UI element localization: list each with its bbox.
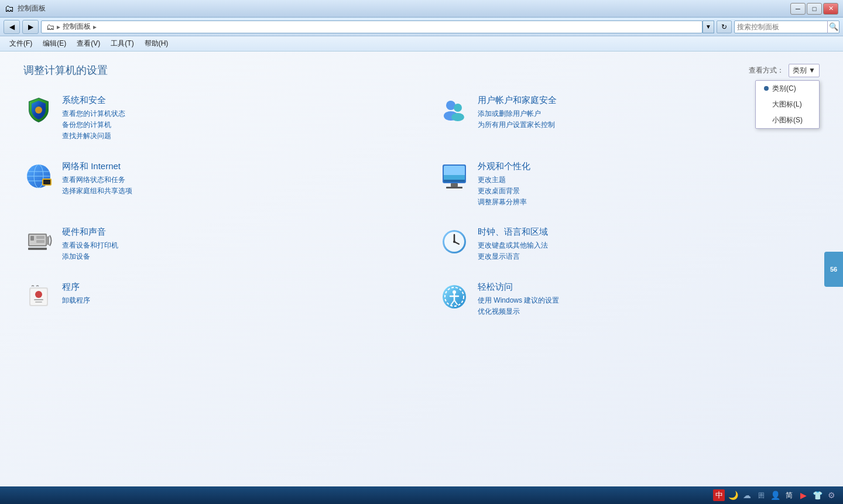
view-option-small-icon-label: 小图标(S) [772, 115, 803, 125]
clock-language-link-2[interactable]: 更改显示语言 [478, 251, 820, 262]
clock-language-icon [439, 227, 470, 257]
appearance-text: 外观和个性化 更改主题 更改桌面背景 调整屏幕分辨率 [478, 161, 820, 208]
titlebar: 🗂 控制面板 ─ □ ✕ [0, 0, 843, 18]
menu-edit[interactable]: 编辑(E) [38, 37, 71, 50]
system-security-link-1[interactable]: 查看您的计算机状态 [62, 108, 404, 119]
address-dropdown-button[interactable]: ▼ [702, 20, 714, 33]
close-button[interactable]: ✕ [823, 3, 838, 15]
ease-access-icon [439, 282, 470, 312]
svg-marker-24 [46, 236, 49, 245]
menubar: 文件(F) 编辑(E) 查看(V) 工具(T) 帮助(H) [0, 36, 843, 52]
taskbar-icon-gear[interactable]: ⚙ [825, 489, 837, 501]
sidebar-circle[interactable]: 56 [824, 252, 843, 287]
view-dropdown-button[interactable]: 类别 ▼ [789, 64, 820, 77]
view-option-small-icon[interactable]: 小图标(S) [756, 112, 819, 128]
svg-rect-16 [451, 183, 458, 187]
svg-rect-33 [34, 299, 43, 300]
view-option-category[interactable]: 类别(C) [756, 81, 819, 97]
ease-access-text: 轻松访问 使用 Windows 建议的设置 优化视频显示 [478, 282, 820, 317]
hardware-sound-link-2[interactable]: 添加设备 [62, 251, 404, 262]
breadcrumb-text: 控制面板 [63, 22, 91, 32]
network-internet-title[interactable]: 网络和 Internet [62, 161, 404, 172]
system-security-title[interactable]: 系统和安全 [62, 95, 404, 106]
clock-language-title[interactable]: 时钟、语言和区域 [478, 227, 820, 238]
hardware-sound-link-1[interactable]: 查看设备和打印机 [62, 240, 404, 251]
clock-language-text: 时钟、语言和区域 更改键盘或其他输入法 更改显示语言 [478, 227, 820, 262]
search-input[interactable] [735, 23, 827, 31]
taskbar-icon-shirt[interactable]: 👕 [811, 489, 823, 501]
ease-access-title[interactable]: 轻松访问 [478, 282, 820, 293]
folder-icon: 🗂 [5, 4, 14, 14]
taskbar-icon-zhong[interactable]: 中 [713, 489, 725, 501]
menu-help[interactable]: 帮助(H) [140, 37, 173, 50]
svg-rect-21 [36, 236, 44, 239]
view-option-large-icon[interactable]: 大图标(L) [756, 97, 819, 112]
programs-text: 程序 卸载程序 [62, 282, 404, 306]
svg-point-0 [35, 107, 42, 114]
user-accounts-icon [439, 95, 470, 125]
svg-rect-34 [35, 301, 42, 303]
forward-button[interactable]: ▶ [22, 20, 39, 34]
svg-rect-20 [30, 236, 34, 241]
menu-view[interactable]: 查看(V) [72, 37, 105, 50]
network-internet-link-2[interactable]: 选择家庭组和共享选项 [62, 186, 404, 197]
view-label: 查看方式： [749, 66, 784, 76]
view-option-category-label: 类别(C) [772, 84, 796, 94]
appearance-link-3[interactable]: 调整屏幕分辨率 [478, 197, 820, 208]
view-mode: 查看方式： 类别 ▼ 类别(C) 大图标(L) [749, 64, 820, 77]
view-current-label: 类别 [793, 66, 807, 76]
programs-link-1[interactable]: 卸载程序 [62, 295, 404, 306]
search-button[interactable]: 🔍 [827, 20, 839, 33]
taskbar-icon-play[interactable]: ▶ [797, 489, 809, 501]
svg-rect-17 [446, 187, 462, 188]
titlebar-left: 🗂 控制面板 [5, 4, 46, 14]
system-security-link-2[interactable]: 备份您的计算机 [62, 119, 404, 131]
view-option-large-icon-label: 大图标(L) [772, 100, 802, 109]
sidebar-circle-text: 56 [830, 266, 837, 273]
category-appearance: 外观和个性化 更改主题 更改桌面背景 调整屏幕分辨率 [439, 157, 820, 212]
appearance-link-1[interactable]: 更改主题 [478, 174, 820, 186]
taskbar-icon-jian[interactable]: 简 [783, 489, 795, 501]
taskbar-icon-user[interactable]: 👤 [769, 489, 781, 501]
appearance-icon [439, 161, 470, 191]
appearance-title[interactable]: 外观和个性化 [478, 161, 820, 172]
category-network-internet: 网络和 Internet 查看网络状态和任务 选择家庭组和共享选项 [23, 157, 404, 212]
category-ease-access: 轻松访问 使用 Windows 建议的设置 优化视频显示 [439, 278, 820, 321]
main-content: 调整计算机的设置 查看方式： 类别 ▼ 类别(C) 大图标(L) [0, 52, 843, 486]
ease-access-link-2[interactable]: 优化视频显示 [478, 306, 820, 317]
titlebar-controls: ─ □ ✕ [790, 3, 838, 15]
search-box: 🔍 [734, 20, 839, 33]
breadcrumb-separator2: ▸ [93, 23, 97, 31]
maximize-button[interactable]: □ [807, 3, 822, 15]
taskbar-icon-moon[interactable]: 🌙 [727, 489, 739, 501]
category-clock-language: 时钟、语言和区域 更改键盘或其他输入法 更改显示语言 [439, 223, 820, 266]
page-header: 调整计算机的设置 查看方式： 类别 ▼ 类别(C) 大图标(L) [23, 63, 820, 77]
appearance-link-2[interactable]: 更改桌面背景 [478, 186, 820, 197]
menu-tools[interactable]: 工具(T) [106, 37, 138, 50]
back-button[interactable]: ◀ [4, 20, 20, 34]
programs-title[interactable]: 程序 [62, 282, 404, 293]
taskbar-icon-grid[interactable]: 囲 [755, 489, 767, 501]
minimize-button[interactable]: ─ [790, 3, 806, 15]
taskbar-icon-cloud[interactable]: ☁ [741, 489, 753, 501]
category-system-security: 系统和安全 查看您的计算机状态 备份您的计算机 查找并解决问题 [23, 91, 404, 146]
system-security-link-3[interactable]: 查找并解决问题 [62, 131, 404, 142]
view-dropdown-menu: 类别(C) 大图标(L) 小图标(S) [755, 80, 820, 129]
clock-language-link-1[interactable]: 更改键盘或其他输入法 [478, 240, 820, 251]
svg-point-32 [35, 291, 42, 298]
breadcrumb-separator: ▸ [57, 23, 60, 31]
menu-file[interactable]: 文件(F) [5, 37, 37, 50]
content-panel: 调整计算机的设置 查看方式： 类别 ▼ 类别(C) 大图标(L) [0, 52, 843, 486]
category-programs: 程序 卸载程序 [23, 278, 404, 321]
selected-indicator [764, 86, 769, 91]
system-security-icon [23, 95, 54, 125]
categories-grid: 系统和安全 查看您的计算机状态 备份您的计算机 查找并解决问题 [23, 91, 820, 321]
system-security-text: 系统和安全 查看您的计算机状态 备份您的计算机 查找并解决问题 [62, 95, 404, 142]
refresh-button[interactable]: ↻ [717, 20, 732, 33]
address-path: 🗂 ▸ 控制面板 ▸ [41, 20, 702, 33]
ease-access-link-1[interactable]: 使用 Windows 建议的设置 [478, 295, 820, 306]
svg-point-4 [451, 113, 464, 121]
hardware-sound-title[interactable]: 硬件和声音 [62, 227, 404, 238]
svg-point-29 [453, 241, 455, 243]
network-internet-link-1[interactable]: 查看网络状态和任务 [62, 174, 404, 186]
